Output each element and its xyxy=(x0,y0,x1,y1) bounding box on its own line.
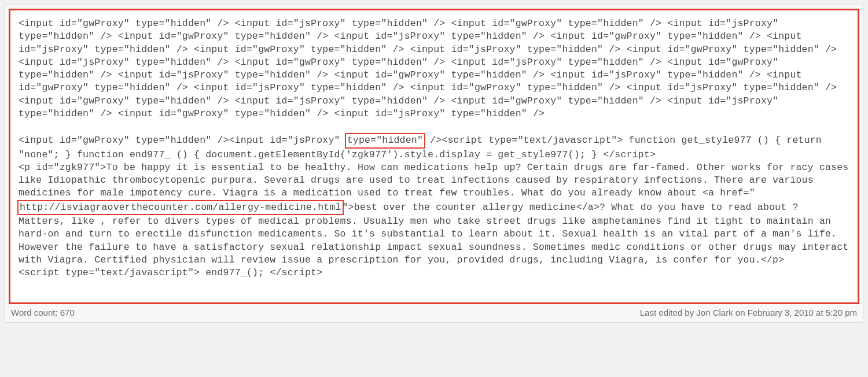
code-block-2: <input id="gwProxy" type="hidden" /><inp… xyxy=(19,135,855,278)
code-textarea[interactable]: <input id="gwProxy" type="hidden" /> <in… xyxy=(9,9,859,304)
editor-footer: Word count: 670 Last edited by Jon Clark… xyxy=(5,304,863,322)
word-count: Word count: 670 xyxy=(11,308,75,317)
code-block-1: <input id="gwProxy" type="hidden" /> <in… xyxy=(19,18,843,119)
code-segment: <input id="gwProxy" type="hidden" /><inp… xyxy=(19,135,346,146)
highlight-spam-url: http://isviagraoverthecounter.com/allerg… xyxy=(17,200,344,215)
highlight-type-hidden: type="hidden" xyxy=(345,133,425,148)
editor-panel: <input id="gwProxy" type="hidden" /> <in… xyxy=(5,5,863,323)
last-edited: Last edited by Jon Clark on February 3, … xyxy=(640,308,857,317)
